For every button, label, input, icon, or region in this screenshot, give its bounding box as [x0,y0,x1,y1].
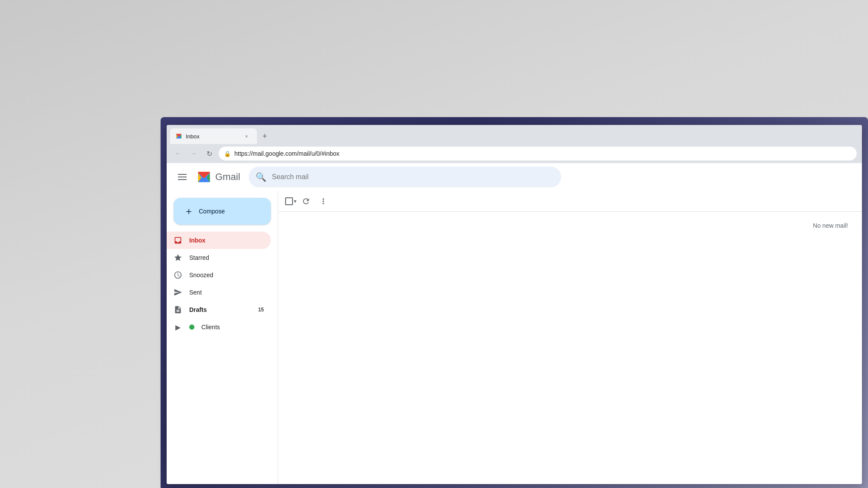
address-bar-row: ← → ↻ 🔒 [167,144,862,163]
email-toolbar: ▾ [278,191,862,212]
search-bar[interactable]: 🔍 [249,167,561,187]
no-mail-message: No new mail! [813,222,848,229]
tab-bar: Inbox × + [167,125,862,144]
tab-title: Inbox [186,133,240,140]
sidebar-item-snoozed[interactable]: Snoozed [167,266,271,284]
gmail-body: ＋ Compose Inbox [167,191,862,484]
browser-chrome: Inbox × + ← → ↻ 🔒 [167,125,862,163]
drafts-badge: 15 [258,307,264,313]
gmail-m-icon [196,169,212,185]
tab-favicon [175,133,182,140]
clients-label: Clients [201,324,264,331]
draft-icon [174,305,182,314]
compose-label: Compose [199,208,225,215]
sidebar-item-sent[interactable]: Sent [167,284,271,301]
more-options-button[interactable] [316,193,331,209]
new-tab-button[interactable]: + [259,130,271,142]
compose-plus-icon: ＋ [184,205,194,218]
browser-window: Inbox × + ← → ↻ 🔒 [167,125,862,484]
sidebar-item-clients[interactable]: ▶ Clients [167,318,271,336]
svg-rect-2 [178,179,187,180]
search-input[interactable] [272,173,554,181]
send-icon [174,288,182,297]
menu-button[interactable] [174,168,191,186]
svg-rect-1 [178,177,187,177]
gmail-wordmark: Gmail [215,171,240,183]
sidebar-item-starred[interactable]: Starred [167,249,271,266]
search-icon: 🔍 [256,172,266,182]
refresh-icon [302,197,310,206]
address-bar-wrapper: 🔒 [219,147,857,160]
drafts-label: Drafts [189,306,251,313]
sidebar-item-drafts[interactable]: Drafts 15 [167,301,271,318]
svg-rect-0 [178,174,187,175]
gmail-app: Gmail 🔍 ＋ Compose [167,163,862,484]
sidebar-item-inbox[interactable]: Inbox [167,232,271,249]
address-input[interactable] [219,147,857,160]
email-main: ▾ [278,191,862,484]
inbox-icon [174,236,182,245]
clock-icon [174,271,182,279]
select-checkbox[interactable]: ▾ [285,197,296,205]
more-vert-icon [319,197,328,206]
expand-icon: ▶ [174,323,182,331]
clients-dot-icon [189,324,194,330]
gmail-header: Gmail 🔍 [167,163,862,191]
active-tab[interactable]: Inbox × [170,128,257,144]
reload-button[interactable]: ↻ [203,147,215,160]
no-mail-area: No new mail! [278,212,862,484]
starred-label: Starred [189,254,264,261]
inbox-label: Inbox [189,237,264,244]
hamburger-icon [178,173,187,181]
tab-close-button[interactable]: × [243,133,250,140]
lock-icon: 🔒 [224,151,231,157]
monitor-frame: Inbox × + ← → ↻ 🔒 [161,117,868,488]
checkbox-box[interactable] [285,197,293,205]
chevron-down-icon[interactable]: ▾ [294,198,296,204]
back-button[interactable]: ← [172,147,184,160]
sidebar: ＋ Compose Inbox [167,191,278,484]
sent-label: Sent [189,289,264,296]
refresh-button[interactable] [298,193,314,209]
snoozed-label: Snoozed [189,272,264,278]
star-icon [174,253,182,262]
gmail-logo: Gmail [196,169,240,185]
compose-button[interactable]: ＋ Compose [174,198,271,225]
forward-button[interactable]: → [187,147,200,160]
